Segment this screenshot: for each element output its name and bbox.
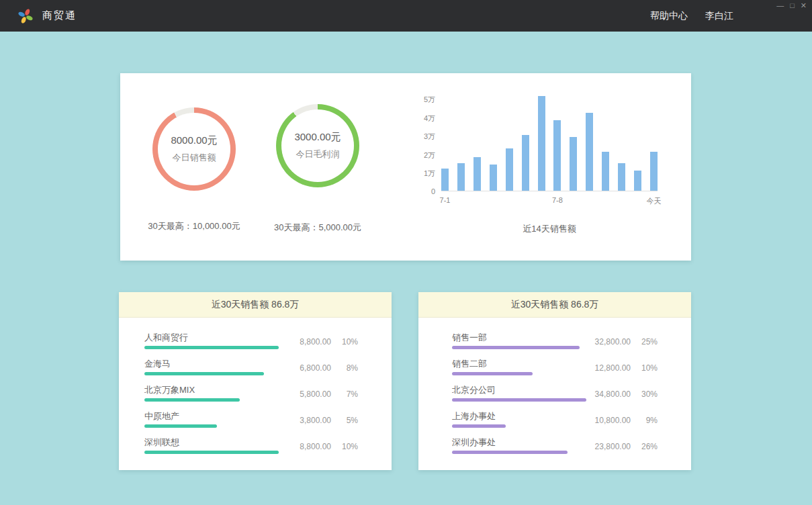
row-figures: 10,800.00 9% (595, 416, 658, 425)
bar (441, 169, 449, 191)
row-figures: 5,800.00 7% (300, 389, 358, 399)
y-axis-tick: 1万 (424, 169, 435, 179)
row-value: 8,800.00 (300, 337, 331, 347)
customer-sales-panel: 近30天销售额 86.8万 人和商贸行 8,800.00 10% 金海马 6,8… (119, 292, 392, 470)
list-item: 北京分公司 34,800.00 30% (452, 381, 658, 408)
row-value: 23,800.00 (595, 442, 631, 451)
today-sales-30d-max: 30天最高：10,000.00元 (148, 220, 240, 232)
row-value: 10,800.00 (595, 416, 631, 425)
bar (457, 163, 465, 191)
row-percent: 10% (338, 337, 358, 347)
y-axis-tick: 0 (431, 187, 435, 195)
bar-plot-area (441, 91, 658, 191)
row-percent: 10% (338, 442, 358, 451)
row-progress-bar (452, 424, 506, 428)
department-sales-panel: 近30天销售额 86.8万 销售一部 32,800.00 25% 销售二部 12… (418, 292, 691, 470)
row-value: 32,800.00 (595, 337, 631, 347)
minimize-icon[interactable]: — (776, 1, 784, 9)
today-profit-label: 今日毛利润 (296, 148, 340, 160)
row-name: 深圳办事处 (452, 437, 496, 449)
row-figures: 8,800.00 10% (300, 442, 358, 451)
list-item: 中原地产 3,800.00 5% (144, 408, 358, 434)
close-icon[interactable]: ✕ (801, 1, 807, 9)
row-name: 人和商贸行 (144, 332, 188, 344)
today-sales-donut-group: 8000.00元 今日销售额 30天最高：10,000.00元 (124, 107, 265, 232)
row-percent: 25% (637, 337, 658, 347)
bar (602, 152, 609, 191)
list-item: 销售一部 32,800.00 25% (452, 329, 658, 355)
row-percent: 5% (338, 416, 358, 425)
list-item: 深圳办事处 23,800.00 26% (452, 434, 658, 460)
row-percent: 9% (637, 416, 658, 425)
today-profit-30d-max: 30天最高：5,000.00元 (274, 222, 361, 234)
list-item: 金海马 6,800.00 8% (144, 355, 358, 381)
help-center-link[interactable]: 帮助中心 (650, 10, 688, 22)
today-sales-donut-center: 8000.00元 今日销售额 (158, 113, 230, 185)
row-value: 6,800.00 (300, 363, 331, 373)
row-figures: 6,800.00 8% (300, 363, 358, 373)
department-panel-title: 近30天销售额 86.8万 (418, 292, 691, 318)
app-logo-icon (17, 8, 34, 24)
row-progress-bar (144, 346, 279, 349)
row-name: 北京分公司 (452, 384, 496, 396)
bar (570, 137, 577, 191)
row-figures: 12,800.00 10% (595, 363, 658, 373)
row-percent: 8% (338, 363, 358, 373)
bar (586, 113, 593, 191)
bar (618, 163, 625, 191)
row-percent: 7% (338, 389, 358, 399)
list-item: 北京万象MIX 5,800.00 7% (144, 381, 358, 408)
customer-rank-list: 人和商贸行 8,800.00 10% 金海马 6,800.00 8% 北京万象M… (119, 318, 392, 460)
y-axis-tick: 2万 (424, 150, 435, 160)
row-value: 3,800.00 (300, 416, 331, 425)
today-profit-value: 3000.00元 (294, 131, 341, 144)
today-sales-donut: 8000.00元 今日销售额 (152, 107, 236, 191)
row-percent: 10% (637, 363, 658, 373)
row-progress-bar (452, 398, 586, 402)
app-title: 商贸通 (42, 9, 77, 22)
row-progress-bar (144, 372, 264, 375)
x-axis-tick: 7-1 (440, 196, 451, 204)
row-figures: 32,800.00 25% (595, 337, 658, 347)
row-figures: 23,800.00 26% (595, 442, 658, 451)
today-sales-value: 8000.00元 (171, 134, 217, 147)
y-axis: 5万4万3万2万1万0 (416, 91, 441, 191)
list-item: 销售二部 12,800.00 10% (452, 355, 658, 381)
row-progress-bar (452, 372, 533, 375)
row-progress-bar (452, 346, 580, 349)
row-name: 深圳联想 (144, 437, 179, 449)
row-value: 8,800.00 (300, 442, 331, 451)
bar (538, 96, 545, 191)
y-axis-tick: 5万 (424, 95, 435, 105)
topbar: 商贸通 帮助中心 李白江 — □ ✕ (0, 0, 812, 32)
row-figures: 8,800.00 10% (300, 337, 358, 347)
row-value: 34,800.00 (595, 389, 631, 399)
sales-14d-chart: 5万4万3万2万1万0 7-17-8今天 近14天销售额 (416, 91, 679, 235)
summary-card: 8000.00元 今日销售额 30天最高：10,000.00元 3000.00元… (120, 73, 691, 261)
user-name[interactable]: 李白江 (705, 10, 733, 22)
bar (522, 135, 529, 191)
row-progress-bar (144, 398, 240, 402)
row-name: 销售一部 (452, 332, 487, 344)
row-name: 中原地产 (144, 410, 179, 422)
window-controls: — □ ✕ (776, 1, 807, 9)
row-figures: 3,800.00 5% (300, 416, 358, 425)
bar (473, 157, 481, 191)
row-progress-bar (144, 424, 217, 428)
list-item: 人和商贸行 8,800.00 10% (144, 329, 358, 355)
maximize-icon[interactable]: □ (790, 1, 795, 9)
bar (553, 120, 561, 191)
today-profit-donut-center: 3000.00元 今日毛利润 (281, 109, 354, 182)
x-axis-tick: 7-8 (552, 196, 563, 204)
row-percent: 26% (637, 442, 658, 451)
today-profit-donut: 3000.00元 今日毛利润 (276, 104, 359, 187)
brand: 商贸通 (17, 0, 77, 32)
row-value: 5,800.00 (300, 389, 331, 399)
today-sales-label: 今日销售额 (173, 152, 216, 164)
row-name: 北京万象MIX (144, 384, 195, 396)
bar (650, 152, 658, 191)
list-item: 上海办事处 10,800.00 9% (452, 408, 658, 434)
row-name: 销售二部 (452, 358, 487, 370)
row-name: 上海办事处 (452, 410, 496, 422)
row-name: 金海马 (144, 358, 171, 370)
